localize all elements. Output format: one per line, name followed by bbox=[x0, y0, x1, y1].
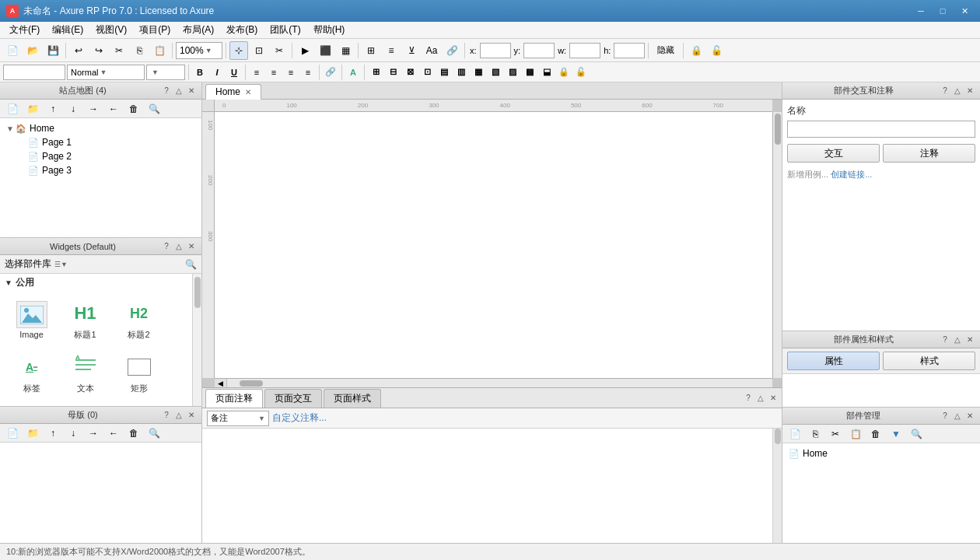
sitemap-help-icon[interactable]: ? bbox=[161, 86, 172, 96]
select-tool[interactable]: ⊹ bbox=[229, 41, 248, 60]
masters-add-folder[interactable]: 📁 bbox=[23, 424, 42, 443]
sitemap-delete[interactable]: 🗑 bbox=[124, 100, 143, 118]
undo-button[interactable]: ↩ bbox=[69, 41, 88, 60]
unlock-button[interactable]: 🔓 bbox=[707, 41, 726, 60]
lasso-tool[interactable]: ⊡ bbox=[250, 41, 268, 60]
comp-filter[interactable]: ▼ bbox=[887, 425, 905, 443]
comp-copy[interactable]: ⎘ bbox=[806, 425, 824, 443]
interaction-help-icon[interactable]: ? bbox=[940, 86, 950, 96]
component-close-icon[interactable]: ✕ bbox=[964, 411, 975, 422]
notes-scrollbar[interactable] bbox=[772, 429, 782, 543]
widget-paragraph[interactable]: A 文本 bbox=[60, 348, 110, 399]
bottom-help-icon[interactable]: ? bbox=[743, 393, 754, 404]
sitemap-move-up[interactable]: ↑ bbox=[44, 100, 62, 118]
preview-options[interactable]: ⬛ bbox=[316, 41, 334, 60]
widget-format-6[interactable]: ▥ bbox=[453, 65, 469, 80]
justify-button[interactable]: ≡ bbox=[300, 65, 316, 80]
x-input[interactable] bbox=[480, 43, 511, 58]
masters-help-icon[interactable]: ? bbox=[161, 410, 172, 421]
scrollbar-vertical[interactable] bbox=[772, 112, 782, 378]
widget-format-10[interactable]: ▩ bbox=[522, 65, 537, 80]
grid-tool[interactable]: ≡ bbox=[382, 41, 401, 60]
maximize-button[interactable]: □ bbox=[933, 4, 952, 18]
interact-button[interactable]: 交互 bbox=[787, 144, 880, 163]
menu-file[interactable]: 文件(F) bbox=[3, 22, 46, 38]
w-input[interactable] bbox=[569, 43, 600, 58]
sitemap-expand-icon[interactable]: △ bbox=[173, 86, 184, 96]
sitemap-indent[interactable]: → bbox=[84, 100, 103, 118]
widget-rect[interactable]: 矩形 bbox=[114, 348, 164, 399]
zoom-control[interactable]: 100% ▼ bbox=[176, 42, 222, 59]
hide-button[interactable]: 隐藏 bbox=[652, 41, 680, 60]
widget-format-1[interactable]: ⊞ bbox=[368, 65, 383, 80]
sitemap-item-page2[interactable]: 📄 Page 2 bbox=[16, 149, 198, 163]
style-input[interactable] bbox=[3, 65, 65, 80]
underline-button[interactable]: U bbox=[226, 65, 242, 80]
masters-down[interactable]: ↓ bbox=[64, 424, 82, 443]
create-link[interactable]: 创建链接... bbox=[831, 170, 872, 179]
menu-publish[interactable]: 发布(B) bbox=[220, 22, 264, 38]
notes-dropdown[interactable]: 备注 ▼ bbox=[207, 411, 269, 426]
widgets-expand-icon[interactable]: △ bbox=[173, 241, 184, 252]
comp-new[interactable]: 📄 bbox=[786, 425, 804, 443]
share-button[interactable]: ▦ bbox=[336, 41, 355, 60]
sitemap-outdent[interactable]: ← bbox=[104, 100, 123, 118]
canvas-tab-home-close[interactable]: ✕ bbox=[245, 88, 251, 96]
widget-format-7[interactable]: ▦ bbox=[471, 65, 486, 80]
y-input[interactable] bbox=[523, 43, 555, 58]
widget-format-13[interactable]: 🔓 bbox=[573, 65, 589, 80]
link-format-button[interactable]: 🔗 bbox=[323, 65, 338, 80]
masters-from-page[interactable]: ← bbox=[104, 424, 123, 443]
sitemap-item-home[interactable]: ▼ 🏠 Home bbox=[3, 121, 198, 135]
scroll-thumb-v[interactable] bbox=[775, 114, 781, 145]
widgets-help-icon[interactable]: ? bbox=[161, 241, 172, 252]
widget-image[interactable]: Image bbox=[6, 295, 57, 345]
canvas-background[interactable] bbox=[215, 112, 772, 378]
widget-text[interactable]: A━ 标签 bbox=[6, 348, 57, 399]
menu-project[interactable]: 项目(P) bbox=[133, 22, 177, 38]
align-distribute[interactable]: ⊻ bbox=[402, 41, 421, 60]
paste-button[interactable]: 📋 bbox=[150, 41, 169, 60]
widget-format-9[interactable]: ▨ bbox=[505, 65, 520, 80]
menu-layout[interactable]: 布局(A) bbox=[177, 22, 220, 38]
notes-button[interactable]: 注释 bbox=[883, 144, 975, 163]
comp-item-home[interactable]: 📄 Home bbox=[786, 446, 977, 460]
masters-close-icon[interactable]: ✕ bbox=[186, 410, 197, 421]
component-help-icon[interactable]: ? bbox=[940, 411, 950, 422]
widgets-scrollbar[interactable] bbox=[192, 274, 201, 406]
widget-selector-label[interactable]: 选择部件库 bbox=[5, 257, 51, 271]
align-left-button[interactable]: ≡ bbox=[249, 65, 264, 80]
comp-cut[interactable]: ✂ bbox=[826, 425, 845, 443]
redo-button[interactable]: ↪ bbox=[89, 41, 108, 60]
widget-search-icon[interactable]: 🔍 bbox=[185, 259, 197, 270]
sitemap-new-folder[interactable]: 📁 bbox=[23, 100, 42, 118]
snap-tool[interactable]: ⊞ bbox=[362, 41, 380, 60]
notes-custom-link[interactable]: 自定义注释... bbox=[272, 411, 327, 425]
tab-page-interaction[interactable]: 页面交互 bbox=[264, 389, 322, 408]
widgets-section-public[interactable]: ▼ 公用 bbox=[0, 274, 201, 292]
masters-add[interactable]: 📄 bbox=[3, 424, 22, 443]
bold-button[interactable]: B bbox=[192, 65, 208, 80]
bottom-close-icon[interactable]: ✕ bbox=[768, 393, 779, 404]
sitemap-item-page3[interactable]: 📄 Page 3 bbox=[16, 163, 198, 177]
preview-button[interactable]: ▶ bbox=[296, 41, 314, 60]
style-dropdown[interactable]: Normal ▼ bbox=[67, 65, 145, 80]
comp-search[interactable]: 🔍 bbox=[907, 425, 926, 443]
sitemap-search[interactable]: 🔍 bbox=[145, 100, 163, 118]
align-center-button[interactable]: ≡ bbox=[266, 65, 282, 80]
masters-delete[interactable]: 🗑 bbox=[124, 424, 143, 443]
bottom-expand-icon[interactable]: △ bbox=[755, 393, 766, 404]
copy-button[interactable]: ⎘ bbox=[130, 41, 149, 60]
tab-page-style[interactable]: 页面样式 bbox=[324, 389, 381, 408]
widget-format-12[interactable]: 🔒 bbox=[556, 65, 572, 80]
font-size-dropdown[interactable]: ▼ bbox=[146, 65, 185, 80]
component-expand-icon[interactable]: △ bbox=[952, 411, 963, 422]
scroll-left-btn[interactable]: ◀ bbox=[215, 379, 227, 388]
menu-team[interactable]: 团队(T) bbox=[264, 22, 306, 38]
notes-textarea[interactable] bbox=[202, 429, 772, 543]
tab-page-notes[interactable]: 页面注释 bbox=[205, 389, 263, 408]
properties-expand-icon[interactable]: △ bbox=[952, 334, 963, 345]
scrollbar-horizontal[interactable]: ◀ bbox=[215, 378, 772, 387]
close-button[interactable]: ✕ bbox=[955, 4, 974, 18]
properties-close-icon[interactable]: ✕ bbox=[964, 334, 975, 345]
